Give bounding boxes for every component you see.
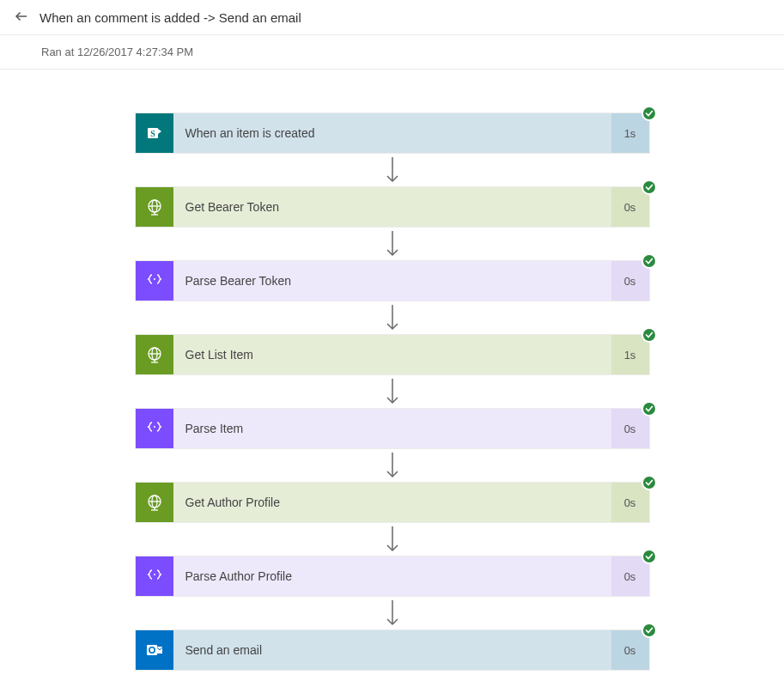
arrow-down-icon xyxy=(382,301,403,334)
step-duration: 0s xyxy=(611,483,649,522)
header-bar: When an comment is added -> Send an emai… xyxy=(0,0,784,35)
braces-icon xyxy=(136,409,173,448)
step-label: Send an email xyxy=(173,630,611,670)
flow-step-card[interactable]: Parse Author Profile0s xyxy=(135,556,650,597)
arrow-down-icon xyxy=(382,523,403,556)
step-duration: 1s xyxy=(611,113,649,153)
flow-step-card[interactable]: Parse Bearer Token0s xyxy=(135,260,650,301)
check-icon xyxy=(641,253,657,269)
back-arrow-icon[interactable] xyxy=(14,9,31,26)
flow-step-card[interactable]: Send an email0s xyxy=(135,629,650,671)
check-icon xyxy=(641,475,657,490)
sharepoint-icon xyxy=(136,113,173,153)
step-duration: 0s xyxy=(611,556,649,596)
step-duration: 0s xyxy=(611,630,649,670)
step-duration: 0s xyxy=(611,187,649,227)
step-label: Parse Bearer Token xyxy=(173,261,611,301)
outlook-icon xyxy=(136,630,173,670)
arrow-down-icon xyxy=(382,154,403,186)
check-icon xyxy=(641,549,657,564)
check-icon xyxy=(641,106,657,121)
flow-step-card[interactable]: Get Author Profile0s xyxy=(135,482,650,523)
flow-step-card[interactable]: Parse Item0s xyxy=(135,408,650,449)
arrow-down-icon xyxy=(382,228,403,260)
globe-icon xyxy=(136,483,173,522)
arrow-down-icon xyxy=(382,449,403,482)
step-label: When an item is created xyxy=(173,113,611,153)
run-timestamp: Ran at 12/26/2017 4:27:34 PM xyxy=(0,35,784,70)
flow-canvas: When an item is created1sGet Bearer Toke… xyxy=(0,70,784,688)
flow-step-card[interactable]: Get Bearer Token0s xyxy=(135,186,650,228)
step-duration: 0s xyxy=(611,409,649,448)
arrow-down-icon xyxy=(382,597,403,629)
step-label: Get Bearer Token xyxy=(173,187,611,227)
check-icon xyxy=(641,179,657,195)
globe-icon xyxy=(136,335,173,374)
step-label: Parse Author Profile xyxy=(173,556,611,596)
braces-icon xyxy=(136,556,173,596)
check-icon xyxy=(641,401,657,416)
arrow-down-icon xyxy=(382,375,403,408)
flow-step-card[interactable]: When an item is created1s xyxy=(135,112,650,154)
step-label: Get List Item xyxy=(173,335,611,374)
globe-icon xyxy=(136,187,173,227)
check-icon xyxy=(641,327,657,343)
step-label: Get Author Profile xyxy=(173,483,611,522)
step-label: Parse Item xyxy=(173,409,611,448)
braces-icon xyxy=(136,261,173,301)
step-duration: 0s xyxy=(611,261,649,301)
check-icon xyxy=(641,623,657,638)
flow-title: When an comment is added -> Send an emai… xyxy=(40,10,301,25)
step-duration: 1s xyxy=(611,335,649,374)
flow-step-card[interactable]: Get List Item1s xyxy=(135,334,650,375)
